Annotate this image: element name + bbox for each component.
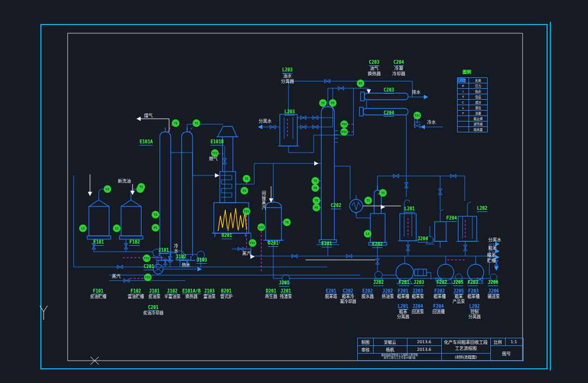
instrument-bubble: TI <box>379 189 387 197</box>
drawing-title: 化产车间粗苯回收工段 工艺流程图 <box>441 338 491 354</box>
instrument-bubble: TI <box>152 211 159 218</box>
index-entry: F102富油贮槽 <box>128 289 144 299</box>
equipment-tag: J204 <box>417 237 428 242</box>
caption-code: C203 <box>369 60 379 66</box>
vessel-D201 <box>263 202 284 244</box>
steam-trap-icon <box>458 127 469 132</box>
title-block-label: 制图 <box>358 338 374 346</box>
legend-row: 疏水器 <box>458 126 487 132</box>
piping-diagram <box>0 0 588 383</box>
equipment-tag: L203 <box>284 110 295 115</box>
instrument-bubble: FIC <box>144 273 152 281</box>
equipment-tag: D201 <box>268 241 278 247</box>
equipment-tag: J206 <box>488 281 498 286</box>
pump-J202 <box>374 271 383 280</box>
column-E201 <box>316 104 339 245</box>
caption-text: 分离器 <box>281 80 294 84</box>
index-entry: F203粗苯槽 <box>467 289 480 299</box>
legend-row: T温度 <box>458 94 487 99</box>
instrument-bubble: TI <box>172 119 179 127</box>
stream-label: 蒸汽 <box>242 252 251 256</box>
caption-text: 油水 <box>283 74 292 78</box>
equipment-tag: J101 <box>158 248 169 254</box>
instrument-bubble: TI <box>283 218 291 226</box>
index-entry: C201贫油冷却器 <box>143 305 164 315</box>
condenser-C202 <box>350 195 363 215</box>
caption-text: 油气 <box>370 66 379 71</box>
index-entry: J103富油泵 <box>203 289 216 299</box>
review-date: 2013.6 <box>407 346 442 354</box>
instrument-bubble: PI <box>152 224 159 232</box>
instrument-bubble: LI <box>113 224 121 232</box>
stream-label: 热水 <box>182 263 190 268</box>
caption-text: 换热器 <box>368 72 381 76</box>
index-entry: C202粗苯冷凝冷却器 <box>340 289 356 305</box>
instrument-bubble: FIC <box>340 128 348 136</box>
equipment-tag: F202 <box>436 281 447 286</box>
instrument-bubble: TI <box>311 177 319 185</box>
title-block: 制图 吴敏云 2013.6 审核 杨帆 2013.6 湖北科技学院化工与制药工程… <box>357 338 524 361</box>
instrument-bubble: TI <box>364 197 372 204</box>
drawing-number-label: 图号 <box>490 346 523 360</box>
instrument-bubble: PI <box>311 184 319 192</box>
equipment-tag: L202 <box>477 206 487 212</box>
stream-label: 分离水 <box>488 238 501 242</box>
instrument-bubble: FIC <box>143 254 151 262</box>
index-entry: J205粗苯产品泵 <box>453 289 465 305</box>
equipment-tag: F101 <box>93 240 104 246</box>
equipment-tag: E202 <box>372 242 382 248</box>
instrument-bubble: TIC <box>211 149 219 157</box>
instrument-bubble: LI <box>79 224 87 232</box>
index-entry: L202控制分离器 <box>469 304 481 320</box>
index-entry: J102半富油泵 <box>164 289 181 299</box>
column-E101A <box>157 127 173 260</box>
legend-table: 代号名称 P压力 I指示 T温度 C成分 L液位 F流量 截止阀 调节阀 疏水器 <box>457 77 488 132</box>
index-entry: E101A/B换热器 <box>182 289 201 299</box>
equipment-tag: F204 <box>446 216 457 222</box>
instrument-bubble: PI <box>241 187 248 194</box>
stream-label: 排水 <box>412 90 421 95</box>
equipment-tag: J202 <box>373 281 383 286</box>
index-entry: J204回流泵 <box>412 304 424 314</box>
equipment-tag: J102 <box>176 255 186 260</box>
equipment-tag: C201 <box>143 265 154 270</box>
equipment-tag: F203 <box>467 281 478 286</box>
scale-value: 1:1 <box>505 338 523 346</box>
instrument-bubble: TI <box>319 99 327 107</box>
instrument-bubble: LI <box>104 185 111 193</box>
equipment-tag: E101A <box>140 140 153 145</box>
equipment-tag: C202 <box>331 204 341 209</box>
draft-date: 2013.6 <box>407 338 442 346</box>
legend-row: I指示 <box>458 88 487 94</box>
index-entry: J203粗苯泵 <box>412 289 424 299</box>
legend-row: L液位 <box>458 105 487 110</box>
stream-label: 燃气 <box>209 157 218 161</box>
caption-code: C204 <box>393 60 404 66</box>
caption-text: 冷却器 <box>392 72 405 76</box>
separator-L203 <box>278 114 299 146</box>
equipment-tag: E201 <box>321 242 332 247</box>
index-entry: J201残渣泵 <box>280 289 292 299</box>
stream-label: 贮槽 <box>487 259 496 263</box>
tank-F204 <box>433 210 448 241</box>
instrument-bubble: TI <box>137 183 145 191</box>
equipment-tag: C203 <box>383 88 394 94</box>
separator-L202 <box>456 202 479 241</box>
drawing-subtitle: (材料流程图) <box>441 354 491 360</box>
legend-title: 图例 <box>463 69 471 75</box>
drafter-name: 吴敏云 <box>373 338 407 346</box>
index-entry: J206输送泵 <box>488 289 500 299</box>
index-entry: E202脱水器 <box>362 289 374 299</box>
scale-label: 比例 <box>490 338 506 346</box>
organization: 湖北科技学院化工与制药工程学院 化学工程与工艺专业10级2班 <box>358 354 442 360</box>
control-valve-icon <box>458 121 469 126</box>
cad-drawing-canvas: { "title_block": { "row1_label": "制图", "… <box>0 0 588 383</box>
instrument-bubble: TI <box>243 175 250 183</box>
instrument-bubble: TI <box>313 197 320 204</box>
equipment-tag: E101B <box>211 140 224 145</box>
legend-row: C成分 <box>458 99 487 105</box>
instrument-bubble: LI <box>364 230 371 238</box>
index-entry: J202热油泵 <box>382 289 394 299</box>
instrument-bubble: TIC <box>413 112 421 119</box>
equipment-tag: J205 <box>453 281 463 286</box>
